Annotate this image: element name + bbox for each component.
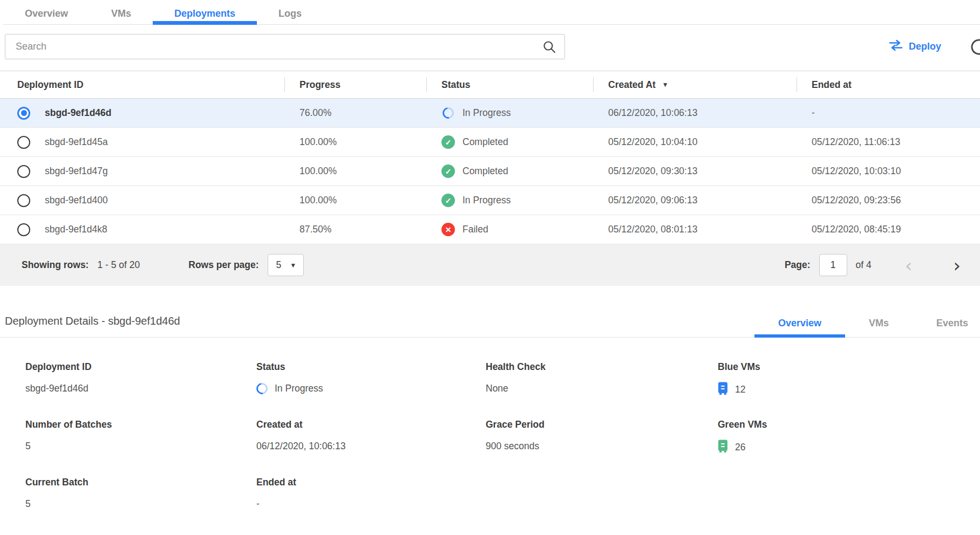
rows-per-page-value: 5 [276, 259, 282, 271]
field-current-batch: Current Batch 5 [25, 477, 256, 511]
rows-per-page-label: Rows per page: [188, 259, 258, 271]
row-radio[interactable] [17, 194, 30, 207]
progress-cell: 76.00% [284, 107, 426, 119]
table-row[interactable]: sbgd-9ef1d4k8 87.50% Failed 05/12/2020, … [0, 215, 980, 244]
top-tab-bar: Overview VMs Deployments Logs [3, 0, 980, 25]
field-label: Status [256, 361, 486, 373]
field-label: Created at [256, 419, 486, 430]
row-radio[interactable] [17, 223, 30, 236]
showing-rows-label: Showing rows: [22, 259, 89, 271]
progress-cell: 100.00% [284, 166, 426, 177]
tab-deployments[interactable]: Deployments [153, 3, 257, 24]
column-header-ended-at[interactable]: Ended at [797, 71, 980, 98]
status-label: Failed [462, 224, 488, 235]
green-vm-icon [718, 440, 728, 455]
previous-page-icon[interactable]: ‹ [905, 256, 913, 275]
refresh-icon[interactable] [969, 37, 980, 57]
row-radio[interactable] [17, 165, 30, 178]
sort-desc-icon[interactable]: ▼ [662, 81, 669, 88]
status-completed-icon [441, 135, 455, 149]
details-tab-bar: Overview VMs Events [754, 318, 980, 337]
chevron-down-icon: ▼ [290, 262, 296, 269]
row-radio-selected[interactable] [17, 107, 30, 120]
field-label: Health Check [486, 361, 718, 373]
row-radio[interactable] [17, 136, 30, 149]
table-header-row: Deployment ID Progress Status Created At… [0, 71, 980, 99]
blue-vm-icon [718, 382, 728, 397]
ended-at-cell: 05/12/2020, 10:03:10 [797, 166, 980, 177]
field-label: Number of Batches [25, 419, 256, 430]
field-value: 12 [735, 384, 745, 395]
field-status: Status In Progress [256, 361, 486, 397]
table-row[interactable]: sbgd-9ef1d46d 76.00% In Progress 06/12/2… [0, 99, 980, 128]
field-value: 5 [25, 497, 256, 511]
ended-at-cell: 05/12/2020, 08:45:19 [797, 224, 980, 235]
field-grace-period: Grace Period 900 seconds [486, 419, 718, 455]
tab-logs[interactable]: Logs [257, 3, 323, 24]
field-label: Green VMs [718, 419, 980, 430]
created-at-cell: 06/12/2020, 10:06:13 [593, 107, 797, 119]
created-at-cell: 05/12/2020, 09:30:13 [593, 166, 797, 177]
deploy-button-label: Deploy [909, 41, 941, 52]
progress-cell: 87.50% [284, 224, 426, 235]
table-row[interactable]: sbgd-9ef1d47g 100.00% Completed 05/12/20… [0, 157, 980, 186]
column-header-progress[interactable]: Progress [284, 71, 426, 98]
details-tab-vms[interactable]: VMs [845, 318, 913, 337]
status-in-progress-icon [440, 105, 456, 121]
status-failed-icon [441, 223, 455, 236]
field-label: Blue VMs [718, 361, 980, 373]
search-box [5, 34, 565, 59]
deployment-id-cell: sbgd-9ef1d46d [45, 107, 112, 119]
deployment-id-cell: sbgd-9ef1d400 [45, 195, 108, 206]
rows-per-page-select[interactable]: 5 ▼ [268, 254, 304, 276]
details-tab-events[interactable]: Events [913, 318, 980, 337]
toolbar-actions: Deploy [889, 37, 980, 57]
field-created-at: Created at 06/12/2020, 10:06:13 [256, 419, 486, 455]
tab-vms[interactable]: VMs [90, 3, 153, 24]
field-value: 26 [735, 442, 745, 453]
field-number-of-batches: Number of Batches 5 [25, 419, 256, 455]
field-value: 06/12/2020, 10:06:13 [256, 440, 486, 453]
deployments-table: Deployment ID Progress Status Created At… [0, 71, 980, 286]
deployment-details-section: Deployment Details - sbgd-9ef1d46d Overv… [0, 315, 980, 532]
details-grid: Deployment ID sbgd-9ef1d46d Status In Pr… [0, 338, 980, 532]
ended-at-cell: 05/12/2020, 09:23:56 [797, 195, 980, 206]
deploy-button[interactable]: Deploy [889, 40, 941, 53]
ended-at-cell: - [797, 107, 980, 119]
progress-cell: 100.00% [284, 195, 426, 206]
created-at-cell: 05/12/2020, 10:04:10 [593, 136, 797, 148]
table-pagination-bar: Showing rows: 1 - 5 of 20 Rows per page:… [0, 244, 980, 286]
table-row[interactable]: sbgd-9ef1d45a 100.00% Completed 05/12/20… [0, 128, 980, 157]
column-header-status[interactable]: Status [426, 71, 593, 98]
swap-arrows-icon [889, 40, 903, 53]
field-green-vms: Green VMs 26 [718, 419, 980, 455]
field-label: Current Batch [25, 477, 256, 488]
field-label: Ended at [256, 477, 486, 488]
search-input[interactable] [5, 34, 565, 59]
column-header-deployment-id[interactable]: Deployment ID [0, 71, 284, 98]
field-value: 5 [25, 440, 256, 453]
next-page-icon[interactable]: › [953, 256, 961, 275]
search-icon [542, 40, 556, 56]
field-value: In Progress [275, 383, 323, 394]
field-label: Deployment ID [25, 361, 256, 373]
showing-rows-value: 1 - 5 of 20 [97, 259, 140, 271]
details-tab-overview[interactable]: Overview [754, 318, 845, 337]
table-row[interactable]: sbgd-9ef1d400 100.00% In Progress 05/12/… [0, 186, 980, 215]
ended-at-cell: 05/12/2020, 11:06:13 [797, 136, 980, 148]
column-header-created-at[interactable]: Created At ▼ [593, 71, 797, 98]
field-health-check: Health Check None [486, 361, 718, 397]
field-ended-at: Ended at - [256, 477, 486, 511]
page-label: Page: [785, 259, 811, 271]
deployment-id-cell: sbgd-9ef1d47g [45, 166, 108, 177]
status-label: In Progress [462, 107, 511, 119]
status-label: Completed [462, 166, 508, 177]
created-at-cell: 05/12/2020, 08:01:13 [593, 224, 797, 235]
field-value: 900 seconds [486, 440, 718, 453]
tab-overview[interactable]: Overview [3, 3, 90, 24]
page-number-input[interactable] [819, 254, 847, 276]
deployment-id-cell: sbgd-9ef1d4k8 [45, 224, 107, 235]
column-header-created-at-label: Created At [608, 79, 656, 91]
deployment-id-cell: sbgd-9ef1d45a [45, 136, 108, 148]
field-deployment-id: Deployment ID sbgd-9ef1d46d [25, 361, 256, 397]
